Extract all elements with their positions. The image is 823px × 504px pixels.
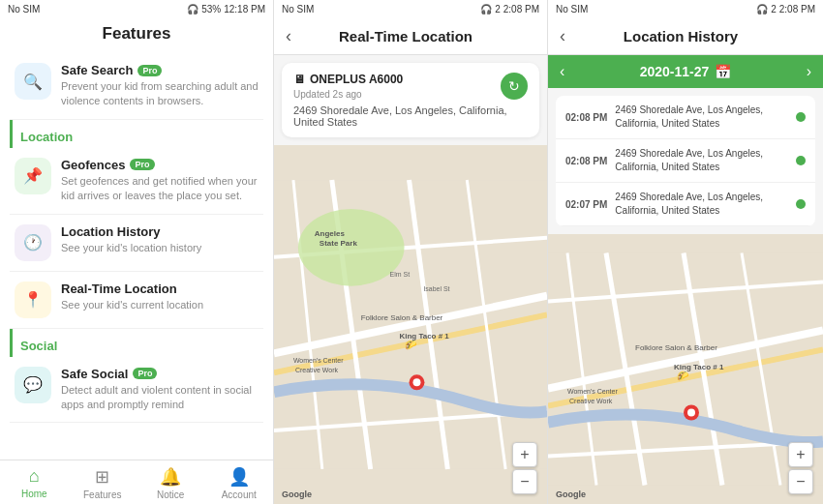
- location-history-title: Location History: [61, 224, 259, 239]
- features-panel: No SIM 🎧 53% 12:18 PM Features 🔍 Safe Se…: [0, 0, 274, 504]
- realtime-map[interactable]: Angeles State Park Elm St Isabel St Folk…: [274, 145, 547, 504]
- svg-text:Women's Center: Women's Center: [293, 357, 344, 364]
- bottom-nav: ⌂ Home ⊞ Features 🔔 Notice 👤 Account: [0, 460, 273, 504]
- zoom-out-button-2[interactable]: −: [512, 469, 537, 494]
- svg-point-36: [687, 409, 695, 417]
- status-bar-1: No SIM 🎧 53% 12:18 PM: [0, 0, 273, 18]
- safe-social-text: Safe Social Pro Detect adult and violent…: [61, 367, 259, 413]
- svg-text:Women's Center: Women's Center: [567, 388, 618, 395]
- feature-safe-search[interactable]: 🔍 Safe Search Pro Prevent your kid from …: [10, 53, 263, 120]
- safe-search-icon: 🔍: [23, 73, 43, 91]
- svg-text:Elm St: Elm St: [390, 271, 411, 278]
- history-item-2[interactable]: 02:08 PM 2469 Shoredale Ave, Los Angeles…: [556, 139, 815, 183]
- status-bar-3: No SIM 🎧 2 2:08 PM: [548, 0, 823, 18]
- geofences-desc: Set geofences and get notified when your…: [61, 174, 259, 204]
- status-bar-2: No SIM 🎧 2 2:08 PM: [274, 0, 547, 18]
- sim-status-1: No SIM: [8, 4, 40, 15]
- safe-social-icon: 💬: [23, 375, 43, 394]
- location-history-text: Location History See your kid's location…: [61, 224, 259, 255]
- history-list: 02:08 PM 2469 Shoredale Ave, Los Angeles…: [556, 96, 815, 226]
- zoom-out-button-3[interactable]: −: [788, 469, 813, 494]
- feature-location-history[interactable]: 🕐 Location History See your kid's locati…: [10, 215, 263, 272]
- social-section-label: Social: [10, 329, 263, 357]
- safe-search-desc: Prevent your kid from searching adult an…: [61, 79, 259, 109]
- sim-status-3: No SIM: [556, 4, 588, 15]
- features-list: 🔍 Safe Search Pro Prevent your kid from …: [0, 53, 273, 460]
- device-info: 🖥 ONEPLUS A6000 Updated 2s ago: [293, 73, 403, 100]
- features-nav-icon: ⊞: [95, 466, 109, 488]
- zoom-in-button-3[interactable]: +: [788, 442, 813, 467]
- svg-text:🌮: 🌮: [677, 370, 689, 382]
- refresh-button[interactable]: ↻: [501, 73, 528, 100]
- battery-icon-1: 53%: [201, 4, 221, 15]
- svg-text:Creative Work: Creative Work: [569, 398, 613, 404]
- history-header: ‹ Location History: [548, 18, 823, 55]
- history-dot-1: [796, 112, 806, 122]
- nav-home-label: Home: [21, 489, 47, 499]
- history-map[interactable]: Folklore Salon & Barber King Taco # 1 🌮 …: [548, 234, 823, 504]
- history-item-3[interactable]: 02:07 PM 2469 Shoredale Ave, Los Angeles…: [556, 183, 815, 226]
- history-time-3: 02:07 PM: [565, 199, 607, 210]
- location-history-icon: 🕐: [23, 233, 43, 252]
- feature-geofences[interactable]: 📌 Geofences Pro Set geofences and get no…: [10, 148, 263, 215]
- time-1: 12:18 PM: [224, 4, 265, 15]
- map-controls-3: + −: [788, 442, 813, 494]
- sim-status-2: No SIM: [282, 4, 314, 15]
- realtime-back-button[interactable]: ‹: [286, 26, 291, 46]
- safe-social-title: Safe Social Pro: [61, 367, 259, 381]
- svg-text:Isabel St: Isabel St: [423, 285, 449, 292]
- monitor-icon: 🖥: [293, 73, 305, 86]
- nav-account[interactable]: 👤 Account: [205, 460, 274, 504]
- nav-features[interactable]: ⊞ Features: [69, 460, 137, 504]
- realtime-icon-wrap: 📍: [15, 282, 51, 318]
- nav-home[interactable]: ⌂ Home: [0, 460, 69, 504]
- svg-text:Creative Work: Creative Work: [295, 367, 339, 373]
- nav-account-label: Account: [222, 489, 257, 500]
- home-icon: ⌂: [29, 466, 40, 487]
- realtime-location-icon: 📍: [23, 290, 43, 309]
- feature-realtime-location[interactable]: 📍 Real-Time Location See your kid's curr…: [10, 272, 263, 329]
- notice-icon: 🔔: [160, 466, 181, 488]
- geofences-icon: 📌: [23, 166, 43, 185]
- safe-search-pro-badge: Pro: [137, 65, 162, 76]
- realtime-desc: See your kid's current location: [61, 298, 259, 312]
- zoom-in-button-2[interactable]: +: [512, 442, 537, 467]
- realtime-header: ‹ Real-Time Location: [274, 18, 547, 55]
- safe-search-text: Safe Search Pro Prevent your kid from se…: [61, 63, 259, 109]
- battery-2: 2: [495, 4, 501, 15]
- battery-3: 2: [771, 4, 777, 15]
- google-logo-2: Google: [282, 489, 312, 499]
- history-addr-2: 2469 Shoredale Ave, Los Angeles, Califor…: [615, 147, 788, 174]
- calendar-icon: 📅: [715, 64, 731, 79]
- bluetooth-icon: 🎧: [187, 4, 198, 15]
- features-title: Features: [0, 18, 273, 53]
- date-prev-button[interactable]: ‹: [560, 63, 564, 80]
- google-logo-3: Google: [556, 489, 586, 499]
- history-back-button[interactable]: ‹: [560, 26, 565, 46]
- status-icons-3: 🎧 2 2:08 PM: [756, 4, 815, 15]
- feature-safe-social[interactable]: 💬 Safe Social Pro Detect adult and viole…: [10, 357, 263, 424]
- history-addr-1: 2469 Shoredale Ave, Los Angeles, Califor…: [615, 104, 788, 131]
- safe-social-icon-wrap: 💬: [15, 367, 51, 403]
- date-next-button[interactable]: ›: [807, 63, 811, 80]
- history-addr-3: 2469 Shoredale Ave, Los Angeles, Califor…: [615, 191, 788, 218]
- history-panel: No SIM 🎧 2 2:08 PM ‹ Location History ‹ …: [548, 0, 823, 504]
- account-icon: 👤: [229, 466, 250, 488]
- device-update: Updated 2s ago: [293, 89, 403, 100]
- nav-notice[interactable]: 🔔 Notice: [137, 460, 205, 504]
- nav-notice-label: Notice: [157, 489, 184, 500]
- svg-text:State Park: State Park: [320, 239, 358, 248]
- realtime-title: Real-Time Location: [61, 282, 259, 296]
- geofences-pro-badge: Pro: [130, 159, 154, 170]
- device-row: 🖥 ONEPLUS A6000 Updated 2s ago ↻: [293, 73, 528, 100]
- status-icons-1: 🎧 53% 12:18 PM: [187, 4, 265, 15]
- svg-text:Angeles: Angeles: [315, 229, 346, 238]
- history-time-2: 02:08 PM: [565, 156, 607, 166]
- history-item-1[interactable]: 02:08 PM 2469 Shoredale Ave, Los Angeles…: [556, 96, 815, 139]
- time-3: 2:08 PM: [779, 4, 815, 15]
- date-value: 2020-11-27: [640, 64, 710, 79]
- bt-icon-2: 🎧: [480, 4, 492, 15]
- time-2: 2:08 PM: [503, 4, 539, 15]
- safe-search-title: Safe Search Pro: [61, 63, 259, 77]
- geofences-text: Geofences Pro Set geofences and get noti…: [61, 158, 259, 204]
